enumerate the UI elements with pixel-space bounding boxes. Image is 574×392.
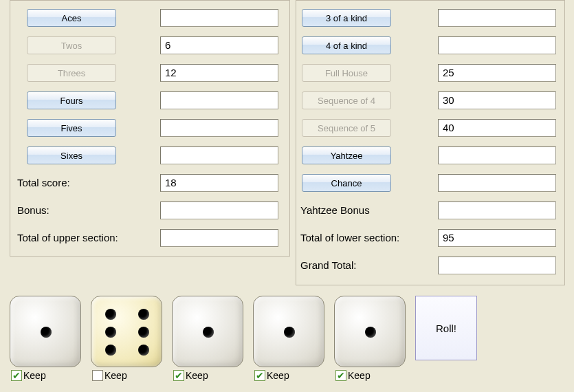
score-fullhouse: 25 [438,64,556,82]
lower-section-total-label: Total of lower section: [300,232,399,243]
category-seq5-button: Sequence of 5 [302,119,391,137]
die-3-wrap: ✔ Keep [172,296,243,367]
pip-icon [105,345,116,356]
keep-3-checkbox[interactable]: ✔ [173,370,184,381]
score-threes: 12 [160,64,278,82]
roll-button[interactable]: Roll! [415,296,477,360]
category-4kind-button[interactable]: 4 of a kind [302,36,391,54]
score-fours [160,91,278,109]
score-seq5: 40 [438,119,556,137]
yahtzee-bonus-label: Yahtzee Bonus [300,204,370,216]
score-sixes [160,146,278,164]
pip-icon [41,327,52,338]
score-4kind [438,36,556,54]
grand-total-value [438,257,556,274]
score-seq4: 30 [438,91,556,109]
pip-icon [138,309,149,320]
pip-icon [365,327,376,338]
upper-section-total-value [160,229,278,247]
upper-section-total-label: Total of upper section: [17,232,118,243]
category-chance-button[interactable]: Chance [302,174,391,192]
category-threes-button: Threes [27,64,116,82]
keep-4-label: Keep [267,370,289,381]
grand-total-label: Grand Total: [300,259,356,271]
pip-icon [284,327,295,338]
keep-2-checkbox[interactable]: ✔ [92,370,103,381]
keep-5-checkbox[interactable]: ✔ [335,370,346,381]
lower-section-panel: 3 of a kind 4 of a kind Full House 25 Se… [296,0,565,285]
die-2[interactable] [91,296,162,367]
pip-icon [105,309,116,320]
upper-total-score-value: 18 [160,174,278,192]
keep-5-label: Keep [348,370,371,381]
die-5-wrap: ✔ Keep [334,296,406,367]
keep-4-checkbox[interactable]: ✔ [254,370,265,381]
score-fives [160,119,278,137]
die-3[interactable] [172,296,243,367]
upper-section-panel: Aces Twos 6 Threes 12 Fours Fives Sixes … [10,0,290,257]
keep-2-label: Keep [104,370,127,381]
category-fives-button[interactable]: Fives [27,119,116,137]
score-aces [160,9,278,27]
category-3kind-button[interactable]: 3 of a kind [302,9,391,27]
category-twos-button: Twos [27,36,116,54]
upper-total-score-label: Total score: [17,177,70,188]
upper-bonus-value [160,202,278,219]
category-sixes-button[interactable]: Sixes [27,146,116,164]
score-3kind [438,9,556,27]
lower-section-total-value: 95 [438,229,556,247]
yahtzee-bonus-value [438,202,556,219]
category-yahtzee-button[interactable]: Yahtzee [302,146,391,164]
die-4-wrap: ✔ Keep [253,296,324,367]
category-fours-button[interactable]: Fours [27,91,116,109]
score-yahtzee [438,146,556,164]
keep-1-label: Keep [23,370,46,381]
die-2-wrap: ✔ Keep [91,296,162,367]
category-seq4-button: Sequence of 4 [302,91,391,109]
category-aces-button[interactable]: Aces [27,9,116,27]
pip-icon [138,327,149,338]
pip-icon [138,345,149,356]
pip-icon [105,327,116,338]
score-chance [438,174,556,192]
score-twos: 6 [160,36,278,54]
die-4[interactable] [253,296,324,367]
die-5[interactable] [334,296,406,367]
keep-1-checkbox[interactable]: ✔ [11,370,22,381]
keep-3-label: Keep [186,370,208,381]
die-1-wrap: ✔ Keep [10,296,81,367]
pip-icon [203,327,214,338]
die-1[interactable] [10,296,81,367]
upper-bonus-label: Bonus: [17,204,49,216]
category-fullhouse-button: Full House [302,64,391,82]
